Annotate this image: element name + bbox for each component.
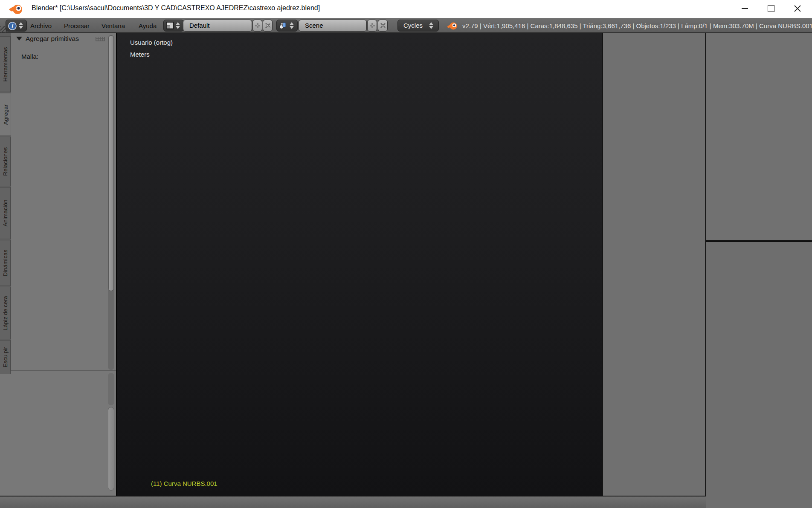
svg-text:i: i [12, 23, 13, 29]
